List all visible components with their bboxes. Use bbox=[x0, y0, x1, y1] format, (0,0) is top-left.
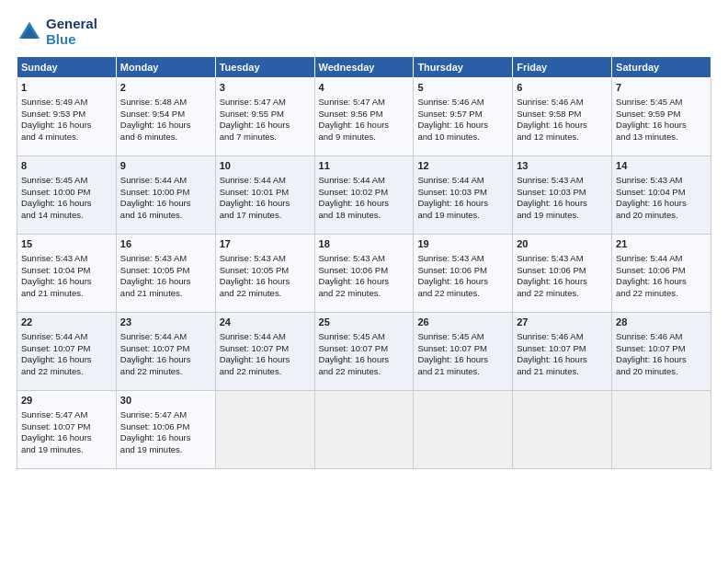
day-info: Daylight: 16 hours bbox=[319, 198, 410, 210]
col-thursday: Thursday bbox=[414, 57, 513, 78]
day-number: 13 bbox=[517, 159, 608, 173]
day-number: 30 bbox=[120, 394, 211, 408]
day-info: Daylight: 16 hours bbox=[319, 120, 410, 132]
day-info: Sunset: 9:56 PM bbox=[319, 109, 410, 121]
day-info: and 22 minutes. bbox=[616, 288, 707, 300]
day-info: and 22 minutes. bbox=[220, 288, 311, 300]
day-info: and 18 minutes. bbox=[319, 210, 410, 222]
calendar-cell: 13Sunrise: 5:43 AMSunset: 10:03 PMDaylig… bbox=[513, 156, 612, 235]
day-info: Daylight: 16 hours bbox=[120, 432, 211, 444]
day-info: Sunset: 10:06 PM bbox=[120, 421, 211, 433]
day-number: 7 bbox=[616, 81, 707, 95]
day-info: Sunset: 10:03 PM bbox=[517, 187, 608, 199]
col-saturday: Saturday bbox=[612, 57, 711, 78]
day-info: Sunset: 10:07 PM bbox=[319, 343, 410, 355]
day-info: and 14 minutes. bbox=[21, 210, 112, 222]
calendar-cell: 3Sunrise: 5:47 AMSunset: 9:55 PMDaylight… bbox=[215, 78, 314, 156]
day-number: 10 bbox=[220, 159, 311, 173]
day-info: Daylight: 16 hours bbox=[120, 354, 211, 366]
day-number: 4 bbox=[319, 81, 410, 95]
calendar-cell: 8Sunrise: 5:45 AMSunset: 10:00 PMDayligh… bbox=[17, 156, 117, 235]
day-info: Sunrise: 5:45 AM bbox=[417, 331, 508, 343]
day-info: and 22 minutes. bbox=[319, 366, 410, 378]
day-info: Sunset: 10:06 PM bbox=[517, 265, 608, 277]
calendar-cell: 16Sunrise: 5:43 AMSunset: 10:05 PMDaylig… bbox=[116, 235, 215, 313]
day-info: Daylight: 16 hours bbox=[21, 120, 112, 132]
day-info: Sunrise: 5:47 AM bbox=[220, 97, 311, 109]
header: General Blue bbox=[17, 17, 711, 47]
day-info: and 22 minutes. bbox=[120, 366, 211, 378]
day-info: Sunset: 10:06 PM bbox=[319, 265, 410, 277]
day-info: Sunrise: 5:47 AM bbox=[21, 409, 112, 421]
day-number: 14 bbox=[616, 159, 707, 173]
day-info: and 21 minutes. bbox=[417, 366, 508, 378]
calendar-cell: 26Sunrise: 5:45 AMSunset: 10:07 PMDaylig… bbox=[414, 313, 513, 391]
day-info: Daylight: 16 hours bbox=[120, 120, 211, 132]
day-number: 12 bbox=[417, 159, 508, 173]
day-info: and 10 minutes. bbox=[417, 132, 508, 144]
calendar-row: 22Sunrise: 5:44 AMSunset: 10:07 PMDaylig… bbox=[17, 313, 711, 391]
day-info: Daylight: 16 hours bbox=[517, 198, 608, 210]
day-info: Sunset: 9:58 PM bbox=[517, 109, 608, 121]
day-number: 17 bbox=[220, 237, 311, 251]
calendar-row: 15Sunrise: 5:43 AMSunset: 10:04 PMDaylig… bbox=[17, 235, 711, 313]
day-info: and 19 minutes. bbox=[417, 210, 508, 222]
logo-icon bbox=[17, 19, 42, 45]
day-info: Sunset: 9:53 PM bbox=[21, 109, 112, 121]
day-info: Sunrise: 5:45 AM bbox=[616, 97, 707, 109]
day-info: Sunset: 10:04 PM bbox=[21, 265, 112, 277]
calendar-cell: 28Sunrise: 5:46 AMSunset: 10:07 PMDaylig… bbox=[612, 313, 711, 391]
day-info: Sunset: 10:00 PM bbox=[120, 187, 211, 199]
day-number: 5 bbox=[417, 81, 508, 95]
calendar-cell: 23Sunrise: 5:44 AMSunset: 10:07 PMDaylig… bbox=[116, 313, 215, 391]
day-info: Daylight: 16 hours bbox=[616, 120, 707, 132]
calendar-cell: 24Sunrise: 5:44 AMSunset: 10:07 PMDaylig… bbox=[215, 313, 314, 391]
day-info: Sunset: 10:07 PM bbox=[417, 343, 508, 355]
calendar-cell: 20Sunrise: 5:43 AMSunset: 10:06 PMDaylig… bbox=[513, 235, 612, 313]
calendar-row: 1Sunrise: 5:49 AMSunset: 9:53 PMDaylight… bbox=[17, 78, 711, 156]
day-info: and 19 minutes. bbox=[21, 444, 112, 456]
day-number: 22 bbox=[21, 316, 112, 329]
day-number: 2 bbox=[120, 81, 211, 95]
calendar-cell bbox=[215, 391, 314, 469]
day-info: Daylight: 16 hours bbox=[616, 276, 707, 288]
day-number: 29 bbox=[21, 394, 112, 408]
calendar-cell: 4Sunrise: 5:47 AMSunset: 9:56 PMDaylight… bbox=[314, 78, 414, 156]
day-info: Daylight: 16 hours bbox=[517, 354, 608, 366]
day-info: Sunset: 10:06 PM bbox=[417, 265, 508, 277]
day-info: and 22 minutes. bbox=[220, 366, 311, 378]
day-info: Sunrise: 5:43 AM bbox=[319, 253, 410, 265]
day-info: and 13 minutes. bbox=[616, 132, 707, 144]
day-info: Sunrise: 5:44 AM bbox=[417, 175, 508, 187]
day-info: and 17 minutes. bbox=[220, 210, 311, 222]
day-info: and 22 minutes. bbox=[417, 288, 508, 300]
day-info: Sunset: 10:05 PM bbox=[220, 265, 311, 277]
day-number: 16 bbox=[120, 237, 211, 251]
calendar-cell: 27Sunrise: 5:46 AMSunset: 10:07 PMDaylig… bbox=[513, 313, 612, 391]
day-info: Sunrise: 5:44 AM bbox=[616, 253, 707, 265]
day-info: Sunrise: 5:44 AM bbox=[220, 331, 311, 343]
day-info: Sunrise: 5:46 AM bbox=[517, 97, 608, 109]
logo: General Blue bbox=[17, 17, 97, 47]
day-number: 3 bbox=[220, 81, 311, 95]
day-info: and 22 minutes. bbox=[517, 288, 608, 300]
day-number: 27 bbox=[517, 316, 608, 329]
col-wednesday: Wednesday bbox=[314, 57, 414, 78]
day-number: 1 bbox=[21, 81, 112, 95]
day-info: Daylight: 16 hours bbox=[319, 354, 410, 366]
day-info: Daylight: 16 hours bbox=[220, 276, 311, 288]
day-number: 26 bbox=[417, 316, 508, 329]
calendar-cell: 10Sunrise: 5:44 AMSunset: 10:01 PMDaylig… bbox=[215, 156, 314, 235]
day-info: Daylight: 16 hours bbox=[220, 120, 311, 132]
day-info: and 19 minutes. bbox=[120, 444, 211, 456]
day-number: 8 bbox=[21, 159, 112, 173]
day-info: Daylight: 16 hours bbox=[120, 198, 211, 210]
day-info: and 19 minutes. bbox=[517, 210, 608, 222]
col-tuesday: Tuesday bbox=[215, 57, 314, 78]
day-info: Sunset: 10:07 PM bbox=[21, 343, 112, 355]
day-info: Daylight: 16 hours bbox=[120, 276, 211, 288]
day-info: Daylight: 16 hours bbox=[21, 198, 112, 210]
day-info: Daylight: 16 hours bbox=[417, 120, 508, 132]
day-info: and 22 minutes. bbox=[21, 366, 112, 378]
logo-text: General Blue bbox=[46, 17, 97, 47]
